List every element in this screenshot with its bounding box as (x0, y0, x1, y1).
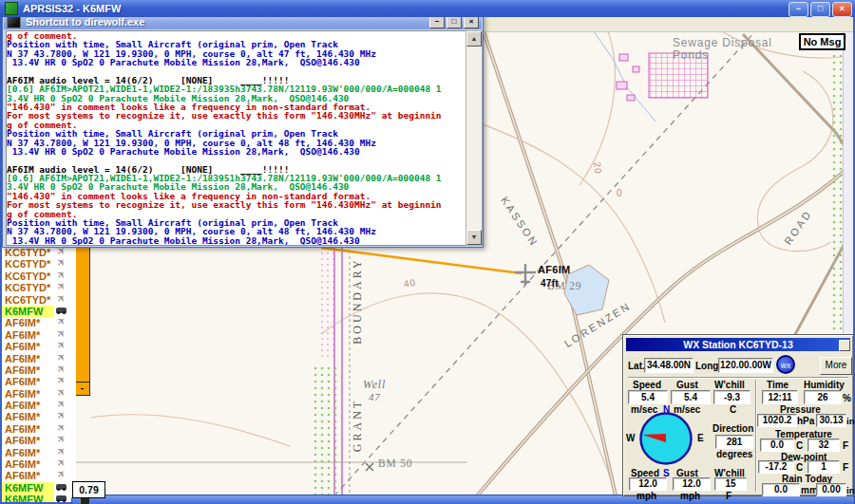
station-list-item[interactable]: AF6IM*✈ (2, 328, 76, 340)
pressure-hpa-unit: hPa (797, 416, 814, 426)
station-list-item[interactable]: AF6IM*✈ (2, 399, 76, 410)
scroll-down-button[interactable]: ▼ (466, 230, 482, 245)
long-value: 120.00.00W (718, 358, 773, 373)
label-bm50: BM 50 (378, 457, 412, 469)
lat-label: Lat. (628, 361, 645, 371)
more-button[interactable]: More (820, 357, 852, 375)
station-list-item[interactable]: AF6IM*✈ (2, 410, 76, 421)
wind-gust-ms: 5.4 (671, 390, 711, 404)
main-window-titlebar[interactable]: APRSIS32 - K6MFW − □ × (0, 0, 855, 17)
wind-compass (638, 411, 694, 466)
scroll-up-button[interactable]: ▲ (466, 31, 482, 47)
station-list-item[interactable]: AF6IM*✈ (2, 434, 76, 445)
label-grant: GRANT (351, 399, 365, 452)
station-list-item[interactable]: AF6IM*✈ (2, 364, 76, 375)
label-sewage-line2: Ponds (673, 48, 709, 62)
jeep-icon (56, 484, 66, 490)
no-msg-button[interactable]: No Msg (799, 33, 846, 50)
jeep-icon (56, 308, 66, 313)
station-list-item[interactable]: KC6TYD*✈ (2, 257, 76, 269)
label-contour-20: 20 (592, 161, 604, 175)
station-altitude-label: 47ft (541, 278, 559, 289)
console-line: 13.4V HR 0 SpO2 0 Parachute Mobile Missi… (7, 147, 466, 156)
wx-dialog-close-button[interactable] (839, 340, 850, 351)
station-list[interactable]: KC6TYD*✈KC6TYD*✈KC6TYD*✈KC6TYD*✈KC6TYD*✈… (2, 245, 76, 504)
console-output[interactable]: g of comment.Position with time, Small A… (6, 30, 467, 246)
label-sewage-line1: Sewage Disposal (673, 36, 772, 49)
temp-c-unit: C (796, 440, 803, 451)
rain-in-value: 0.00 (816, 483, 846, 496)
station-list-item[interactable]: K6MFW (2, 481, 76, 493)
station-list-item[interactable]: KC6TYD*✈ (2, 293, 76, 305)
station-list-item[interactable]: AF6IM*✈ (2, 352, 76, 364)
minimize-button[interactable]: − (788, 2, 808, 17)
wind-speed-header: Speed (633, 380, 661, 390)
humidity-value: 26 (804, 390, 842, 404)
station-callsign-label[interactable]: AF6IM (538, 264, 571, 275)
bm50-x-mark (366, 463, 373, 471)
station-list-item[interactable]: AF6IM*✈ (2, 340, 76, 351)
wchill-unit-f: F (726, 491, 732, 501)
aprsis32-screen: Sewage Disposal Ponds KASSON LORENZEN RO… (0, 0, 855, 504)
label-contour-0: 0 (617, 188, 623, 198)
rain-in-unit: in (846, 485, 854, 495)
rain-mm-value: 0.0 (762, 483, 800, 496)
map-scale-value: 0.79 (72, 481, 105, 498)
direction-value: 281 (715, 435, 753, 449)
temp-f-value: 32 (808, 439, 840, 452)
station-list-item[interactable]: AF6IM*✈ (2, 446, 76, 457)
divider-vertical (755, 380, 757, 492)
gust-unit-mph: mph (680, 491, 700, 501)
divider (628, 377, 848, 379)
direction-unit: degrees (716, 449, 752, 459)
wind-chill-c: -9.3 (713, 390, 750, 404)
humidity-unit: % (843, 393, 851, 403)
station-list-item[interactable]: AF6IM*✈ (2, 422, 76, 434)
station-list-item[interactable]: KC6TYD*✈ (2, 281, 76, 292)
label-well-num: 47 (369, 391, 381, 402)
pressure-in-unit: in (846, 416, 854, 426)
station-list-item[interactable]: AF6IM*✈ (2, 387, 76, 399)
station-list-item[interactable]: AF6IM*✈ (2, 316, 76, 327)
aircraft-icon: ✈ (54, 467, 68, 481)
direction-header: Direction (712, 423, 753, 434)
temp-c-value: 0.0 (760, 439, 794, 452)
speed-unit-mph: mph (636, 491, 656, 501)
wind-speed-ms: 5.4 (628, 390, 668, 404)
zoom-out-button[interactable]: - (74, 382, 90, 396)
map-zoom-bar[interactable] (74, 245, 90, 383)
station-list-item[interactable]: AF6IM*✈ (2, 457, 76, 469)
main-window-title: APRSIS32 - K6MFW (23, 3, 121, 14)
dew-c-value: -17.2 (758, 460, 794, 474)
station-list-item[interactable]: AF6IM*✈ (2, 375, 76, 386)
wx-dialog-titlebar[interactable]: WX Station KC6TYD-13 (626, 338, 850, 351)
console-line: 13.4V HR 0 SpO2 0 Parachute Mobile Missi… (7, 236, 466, 245)
aprsis32-app-icon (5, 2, 18, 15)
station-list-item[interactable]: K6MFW (2, 305, 76, 316)
dew-f-unit: F (843, 462, 848, 473)
direwolf-console-window[interactable]: Shortcut to direwolf.exe − □ × g of comm… (2, 11, 484, 248)
humidity-header: Humidity (804, 380, 845, 390)
pressure-hpa-value: 1020.2 (757, 414, 797, 427)
station-list-item[interactable]: KC6TYD*✈ (2, 270, 76, 281)
dew-c-unit: C (796, 462, 803, 473)
console-line: 13.4V HR 0 SpO2 0 Parachute Mobile Missi… (7, 58, 466, 66)
compass-w-label: W (626, 433, 635, 443)
wx-station-dialog[interactable]: WX Station KC6TYD-13 Lat. 34.48.00N Long… (622, 334, 854, 496)
wind-gust-mph: 12.0 (673, 477, 711, 491)
temp-f-unit: F (843, 440, 848, 451)
station-list-item[interactable]: AF6IM*✈ (2, 469, 76, 480)
close-button[interactable]: × (832, 2, 852, 17)
maximize-button[interactable]: □ (810, 2, 830, 17)
console-scrollbar[interactable]: ▲ ▼ (466, 30, 483, 246)
aircraft-symbol-icon[interactable] (516, 265, 535, 284)
wx-symbol-icon: WX (776, 355, 795, 374)
label-contour-40: 40 (403, 277, 417, 289)
label-kasson-road: KASSON (499, 195, 541, 249)
label-boundary: BOUNDARY (351, 257, 365, 344)
dew-f-value: 1 (808, 460, 840, 474)
wchill-unit-c: C (730, 404, 736, 415)
pink-dotted-area (319, 245, 333, 359)
orchard-area-left (314, 364, 339, 504)
buildings (617, 54, 639, 101)
